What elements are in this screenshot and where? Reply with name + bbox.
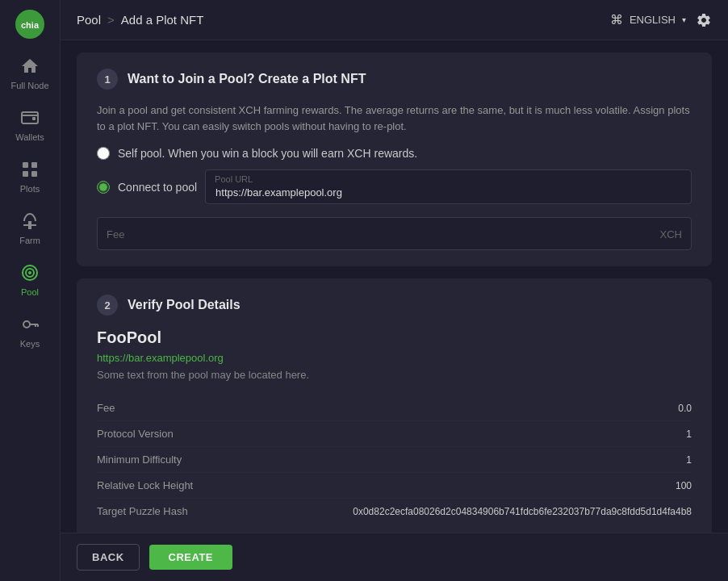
breadcrumb-separator: > [107, 13, 115, 27]
pool-detail-value: 0x0d82c2ecfa08026d2c04834906b741fdcb6fe2… [258, 499, 692, 525]
sidebar-item-farm[interactable]: Farm [0, 202, 60, 253]
fee-input[interactable] [97, 217, 692, 250]
step2-title-row: 2 Verify Pool Details [97, 295, 692, 316]
pool-icon [19, 261, 41, 284]
pool-detail-row: Fee 0.0 [97, 395, 692, 421]
radio-self-pool-input[interactable] [97, 147, 110, 160]
radio-connect-pool[interactable]: Connect to pool [97, 181, 197, 194]
pool-url-label: Pool URL [215, 174, 253, 184]
farm-icon [19, 210, 41, 232]
header-right: ⌘ ENGLISH ▾ [610, 12, 712, 28]
sidebar-item-pool[interactable]: Pool [0, 253, 60, 305]
sidebar-item-keys[interactable]: Keys [0, 305, 60, 357]
pool-url-link[interactable]: https://bar.examplepool.org [97, 352, 692, 364]
breadcrumb: Pool > Add a Plot NFT [77, 13, 203, 27]
svg-rect-10 [23, 224, 36, 226]
step2-card: 2 Verify Pool Details FooPool https://ba… [77, 278, 712, 533]
pool-detail-value: 1 [258, 447, 692, 473]
radio-connect-pool-label: Connect to pool [118, 181, 197, 194]
fee-suffix-label: XCH [660, 228, 682, 240]
sidebar-item-pool-label: Pool [21, 287, 39, 297]
pool-desc: Some text from the pool may be located h… [97, 369, 692, 381]
header: Pool > Add a Plot NFT ⌘ ENGLISH ▾ [61, 0, 728, 40]
sidebar: chia Full Node Wallets [0, 0, 61, 581]
pool-detail-row: Minimum Difficulty 1 [97, 447, 692, 473]
home-icon [19, 55, 41, 77]
step1-title: Want to Join a Pool? Create a Plot NFT [128, 72, 366, 86]
pool-url-input[interactable] [205, 169, 692, 204]
sidebar-item-wallets[interactable]: Wallets [0, 98, 60, 150]
create-button[interactable]: CREATE [149, 545, 232, 570]
svg-point-14 [23, 321, 30, 328]
pool-detail-label: Relative Lock Height [97, 473, 258, 499]
language-selector[interactable]: ⌘ ENGLISH ▾ [610, 12, 686, 27]
sidebar-item-full-node-label: Full Node [10, 81, 48, 90]
settings-button[interactable] [696, 12, 712, 28]
radio-group: Self pool. When you win a block you will… [97, 147, 692, 204]
connect-pool-row: Connect to pool Pool URL [97, 169, 692, 204]
sidebar-item-farm-label: Farm [19, 236, 40, 245]
svg-point-13 [28, 271, 31, 274]
pool-detail-label: Minimum Difficulty [97, 447, 258, 473]
sidebar-item-wallets-label: Wallets [15, 132, 44, 142]
content-area: 1 Want to Join a Pool? Create a Plot NFT… [61, 40, 728, 533]
sidebar-item-plots[interactable]: Plots [0, 150, 60, 202]
breadcrumb-root: Pool [77, 13, 101, 27]
language-label: ENGLISH [630, 14, 676, 26]
pool-detail-value: 1 [258, 421, 692, 447]
translate-icon: ⌘ [610, 12, 623, 27]
svg-rect-3 [32, 117, 36, 120]
step1-badge: 1 [97, 69, 118, 90]
main-area: Pool > Add a Plot NFT ⌘ ENGLISH ▾ [61, 0, 728, 581]
svg-rect-8 [31, 171, 37, 177]
pool-details-table: Fee 0.0 Protocol Version 1 Minimum Diffi… [97, 395, 692, 524]
chevron-down-icon: ▾ [682, 15, 686, 24]
gear-icon [696, 12, 712, 28]
sidebar-item-keys-label: Keys [20, 339, 40, 349]
footer: BACK CREATE [61, 533, 728, 581]
fee-row: Fee XCH [97, 217, 692, 250]
plots-icon [19, 158, 41, 181]
pool-detail-value: 0.0 [258, 395, 692, 421]
step1-description: Join a pool and get consistent XCH farmi… [97, 102, 692, 134]
pool-detail-row: Relative Lock Height 100 [97, 473, 692, 499]
sidebar-item-plots-label: Plots [20, 184, 40, 194]
pool-detail-row: Protocol Version 1 [97, 421, 692, 447]
breadcrumb-page: Add a Plot NFT [121, 13, 204, 27]
radio-self-pool-label: Self pool. When you win a block you will… [118, 147, 417, 160]
back-button[interactable]: BACK [77, 544, 140, 571]
step1-card: 1 Want to Join a Pool? Create a Plot NFT… [77, 52, 712, 266]
pool-detail-label: Target Puzzle Hash [97, 499, 258, 525]
pool-url-wrapper: Pool URL [205, 169, 692, 204]
logo: chia [14, 8, 46, 40]
step1-title-row: 1 Want to Join a Pool? Create a Plot NFT [97, 69, 692, 90]
keys-icon [19, 313, 41, 336]
svg-rect-5 [23, 162, 28, 168]
svg-text:chia: chia [21, 20, 40, 30]
sidebar-item-full-node[interactable]: Full Node [0, 47, 60, 98]
pool-detail-label: Protocol Version [97, 421, 258, 447]
pool-detail-value: 100 [258, 473, 692, 499]
pool-detail-row: Target Puzzle Hash 0x0d82c2ecfa08026d2c0… [97, 499, 692, 525]
step2-badge: 2 [97, 295, 118, 316]
radio-self-pool[interactable]: Self pool. When you win a block you will… [97, 147, 692, 160]
wallet-icon [19, 107, 41, 129]
radio-connect-pool-input[interactable] [97, 181, 110, 194]
svg-rect-6 [31, 162, 37, 168]
svg-rect-7 [23, 171, 28, 177]
pool-detail-label: Fee [97, 395, 258, 421]
step2-title: Verify Pool Details [128, 298, 241, 312]
pool-name: FooPool [97, 328, 692, 347]
